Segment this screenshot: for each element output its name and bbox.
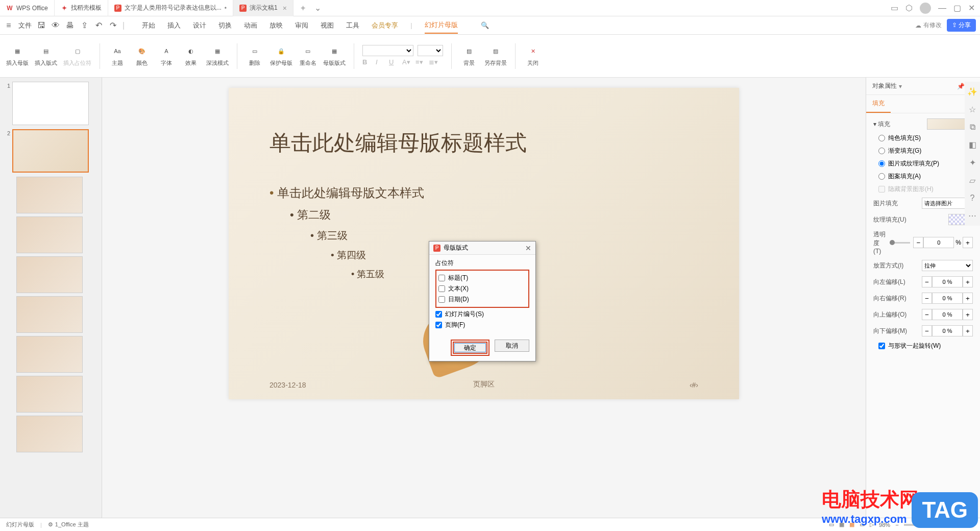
view-sorter-icon[interactable]: ▦	[849, 521, 854, 528]
radio-gradient-fill[interactable]: 渐变填充(G)	[878, 147, 973, 155]
slide-canvas[interactable]: 单击此处编辑母版标题样式 单击此处编辑母版文本样式 第二级 第三级 第四级 第五…	[102, 78, 866, 518]
checkbox[interactable]	[435, 311, 442, 318]
undo-icon[interactable]: ↶	[94, 21, 103, 30]
menu-tab-design[interactable]: 设计	[193, 18, 206, 33]
save-background-button[interactable]: ▨另存背景	[484, 45, 507, 67]
star-icon[interactable]: ☆	[969, 105, 976, 114]
pin-icon[interactable]: 📌	[957, 83, 965, 90]
view-normal-icon[interactable]: ▦	[839, 521, 844, 528]
menu-tab-tools[interactable]: 工具	[346, 18, 359, 33]
radio-picture-fill[interactable]: 图片或纹理填充(P)	[878, 159, 973, 168]
hamburger-icon[interactable]: ≡	[4, 21, 13, 30]
menu-tab-transition[interactable]: 切换	[218, 18, 232, 33]
avatar[interactable]	[920, 3, 931, 14]
app-icon-2[interactable]: ⬡	[905, 3, 913, 13]
status-theme-name[interactable]: 1_Office 主题	[55, 521, 89, 528]
checkbox[interactable]	[438, 275, 445, 281]
master-body-placeholder[interactable]: 单击此处编辑母版文本样式 第二级 第三级 第四级 第五级	[270, 185, 424, 286]
background-button[interactable]: ▨背景	[460, 45, 478, 67]
help-icon[interactable]: ?	[970, 194, 975, 203]
ok-button[interactable]: 确定	[453, 342, 487, 354]
font-family-select[interactable]	[362, 45, 413, 56]
thumbnail-layout[interactable]	[16, 177, 100, 213]
zoom-value[interactable]: 98%	[879, 522, 890, 528]
notes-icon[interactable]: ▭	[829, 521, 834, 528]
font-button[interactable]: A字体	[157, 45, 176, 67]
maximize-button[interactable]: ▢	[953, 3, 961, 13]
italic-button[interactable]: I	[376, 58, 385, 67]
menu-tab-view[interactable]: 视图	[321, 18, 334, 33]
delete-button[interactable]: ▭删除	[246, 45, 264, 67]
menu-tab-insert[interactable]: 插入	[167, 18, 181, 33]
master-title-placeholder[interactable]: 单击此处编辑母版标题样式	[270, 129, 527, 157]
check-title[interactable]: 标题(T)	[438, 273, 526, 283]
print-icon[interactable]: 🖶	[65, 21, 75, 30]
date-placeholder[interactable]: 2023-12-18	[270, 381, 306, 389]
offset-right-stepper[interactable]: −+	[922, 293, 973, 304]
minimize-button[interactable]: —	[938, 4, 946, 13]
depth-button[interactable]: ▦深浅模式	[206, 45, 229, 67]
master-layout-button[interactable]: ▦母版版式	[323, 45, 346, 67]
bold-button[interactable]: B	[362, 58, 372, 67]
insert-layout-button[interactable]: ▤插入版式	[35, 45, 57, 67]
export-icon[interactable]: ⇪	[80, 21, 89, 30]
font-color-button[interactable]: A▾	[402, 58, 411, 67]
file-menu[interactable]: 文件	[18, 21, 32, 30]
tab-menu-icon[interactable]: ⌄	[314, 3, 321, 13]
thumbnail-master-2[interactable]: 2	[2, 129, 100, 173]
dialog-close-button[interactable]: ✕	[525, 244, 531, 252]
close-master-button[interactable]: ✕关闭	[524, 45, 542, 67]
thumbnail-layout[interactable]	[16, 336, 100, 373]
layers-icon[interactable]: ⧉	[970, 123, 975, 132]
offset-bottom-stepper[interactable]: −+	[922, 325, 973, 336]
menu-tab-vip[interactable]: 会员专享	[372, 18, 398, 33]
dialog-titlebar[interactable]: P 母版版式 ✕	[429, 242, 535, 255]
rename-button[interactable]: ▭重命名	[299, 45, 317, 67]
plus-button[interactable]: +	[963, 237, 973, 248]
close-button[interactable]: ✕	[968, 3, 975, 13]
zoom-out-button[interactable]: −	[895, 522, 898, 528]
offset-top-stepper[interactable]: −+	[922, 309, 973, 320]
redo-icon[interactable]: ↷	[108, 21, 117, 30]
check-date[interactable]: 日期(D)	[438, 294, 526, 305]
print-preview-icon[interactable]: 👁	[51, 21, 60, 30]
effect-button[interactable]: ◐效果	[182, 45, 200, 67]
slide-number-placeholder[interactable]: ‹#›	[690, 381, 698, 389]
footer-placeholder[interactable]: 页脚区	[473, 380, 495, 389]
fill-section-label[interactable]: ▾ 填充	[873, 120, 890, 129]
sparkle-icon[interactable]: ✨	[967, 87, 977, 96]
radio-solid-fill[interactable]: 纯色填充(S)	[878, 134, 973, 142]
check-footer[interactable]: 页脚(F)	[435, 320, 529, 330]
thumbnail-layout[interactable]	[16, 256, 100, 293]
tile-select[interactable]: 拉伸	[922, 260, 973, 271]
magic-icon[interactable]: ✦	[969, 158, 976, 167]
tab-doc-1[interactable]: P 文字是人类用符号记录表达信息以... •	[108, 0, 233, 16]
tab-wps-home[interactable]: W WPS Office	[0, 0, 55, 16]
check-rotate-with-shape[interactable]: 与形状一起旋转(W)	[878, 342, 973, 350]
bullets-button[interactable]: ≡▾	[415, 58, 425, 67]
shape-icon[interactable]: ▱	[969, 176, 975, 185]
search-icon[interactable]: 🔍	[480, 21, 489, 30]
numbering-button[interactable]: ≣▾	[429, 58, 438, 67]
share-button[interactable]: ⇪ 分享	[947, 19, 976, 32]
cancel-button[interactable]: 取消	[495, 340, 529, 352]
more-icon[interactable]: ⋯	[968, 211, 976, 221]
theme-button[interactable]: Aa主题	[108, 45, 127, 67]
new-tab-button[interactable]: +	[293, 4, 312, 13]
minus-button[interactable]: −	[913, 237, 923, 248]
menu-tab-slideshow[interactable]: 放映	[270, 18, 283, 33]
check-slidenum[interactable]: 幻灯片编号(S)	[435, 309, 529, 320]
slider-track[interactable]	[890, 242, 910, 244]
checkbox[interactable]	[438, 285, 445, 292]
checkbox[interactable]	[438, 296, 445, 303]
app-icon-1[interactable]: ▭	[891, 3, 898, 13]
thumbnail-layout[interactable]	[16, 216, 100, 253]
thumbnail-layout[interactable]	[16, 416, 100, 452]
underline-button[interactable]: U	[389, 58, 398, 67]
radio-pattern-fill[interactable]: 图案填充(A)	[878, 172, 973, 181]
thumbnail-layout[interactable]	[16, 296, 100, 333]
chevron-down-icon[interactable]: ▾	[899, 83, 902, 90]
thumbnail-panel[interactable]: 1 2	[0, 78, 102, 518]
thumbnail-layout[interactable]	[16, 376, 100, 413]
thumbnail-master-1[interactable]: 1	[2, 82, 100, 125]
